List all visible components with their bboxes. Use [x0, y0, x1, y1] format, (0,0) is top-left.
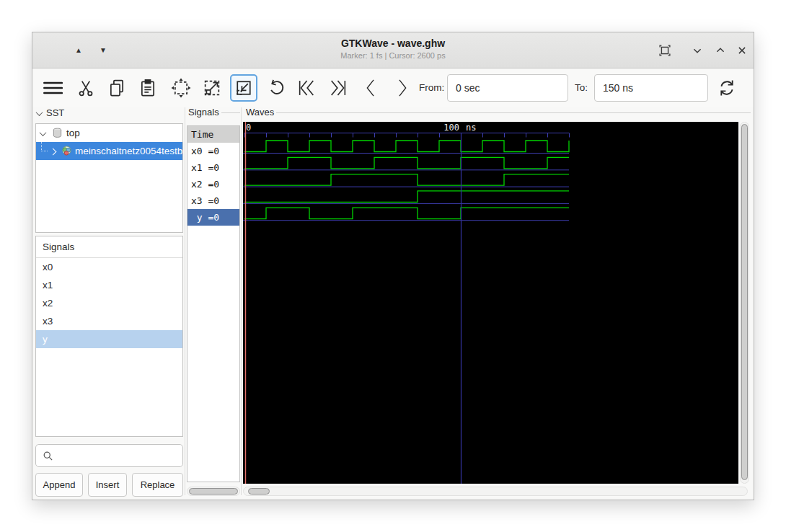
signal-list-item-x2[interactable]: x2	[36, 294, 182, 312]
tree-item-meinschaltnetz0054testb[interactable]: meinschaltnetz0054testb	[36, 142, 182, 160]
expander-icon[interactable]	[40, 129, 47, 136]
insert-button[interactable]: Insert	[88, 473, 127, 497]
menu-icon[interactable]	[43, 78, 63, 98]
minimize-icon[interactable]	[689, 43, 705, 58]
sst-tree: topmeinschaltnetz0054testb	[36, 124, 182, 160]
svg-text:100: 100	[443, 123, 459, 133]
tree-item-top[interactable]: top	[36, 124, 182, 142]
expander-icon[interactable]	[50, 148, 57, 156]
wave-name-list: Timex0 =0x1 =0x2 =0x3 =0 y =0	[187, 125, 240, 482]
pane-splitter-left[interactable]	[185, 107, 185, 495]
wave-name-row[interactable]: x1 =0	[187, 159, 239, 176]
module-icon	[61, 146, 75, 156]
scrollbar-thumb[interactable]	[741, 124, 748, 480]
signal-list: x0x1x2x3y	[36, 258, 182, 348]
sst-label: SST	[46, 107, 64, 118]
tree-item-label: top	[66, 128, 80, 138]
tile-window-icon[interactable]	[657, 43, 673, 58]
signal-list-item-x3[interactable]: x3	[36, 312, 182, 330]
maximize-icon[interactable]	[712, 43, 728, 58]
wave-names-hscrollbar[interactable]	[187, 487, 240, 496]
waves-vscrollbar[interactable]	[740, 122, 749, 484]
zoom-in-icon	[234, 78, 254, 98]
from-label: From:	[419, 82, 444, 93]
zoom-fit-icon[interactable]	[171, 78, 191, 98]
waves-frame-label: Waves	[246, 107, 276, 118]
waveform-x3	[244, 191, 569, 203]
to-input[interactable]	[594, 74, 708, 102]
search-icon	[43, 451, 53, 461]
gtkwave-window: ▲ ▼ GTKWave - wave.ghw Marker: 1 fs | Cu…	[32, 32, 754, 500]
database-icon	[50, 128, 66, 138]
signal-search[interactable]	[35, 444, 183, 467]
from-input[interactable]	[447, 74, 568, 102]
scrollbar-thumb[interactable]	[189, 488, 238, 495]
append-button[interactable]: Append	[35, 473, 83, 497]
go-to-start-icon[interactable]	[296, 78, 317, 98]
waveform-y	[244, 208, 569, 219]
wave-canvas[interactable]: 0100ns	[243, 122, 738, 484]
waveform-x1	[244, 157, 569, 169]
replace-button[interactable]: Replace	[132, 473, 183, 497]
zoom-in-button[interactable]	[230, 74, 257, 102]
waves-hscrollbar[interactable]	[243, 487, 748, 496]
go-to-end-icon[interactable]	[328, 78, 348, 98]
copy-icon[interactable]	[107, 78, 127, 98]
wave-name-row[interactable]: x0 =0	[187, 143, 239, 159]
wave-name-row[interactable]: x2 =0	[187, 176, 239, 192]
tree-item-label: meinschaltnetz0054testb	[75, 146, 182, 156]
expander-icon	[36, 109, 43, 116]
signal-list-item-x1[interactable]: x1	[36, 276, 182, 294]
sst-tree-panel: topmeinschaltnetz0054testb	[35, 123, 183, 233]
signal-list-item-x0[interactable]: x0	[36, 258, 182, 276]
reload-icon[interactable]	[717, 78, 737, 98]
svg-text:ns: ns	[466, 123, 476, 133]
frame-border	[276, 112, 751, 113]
window-status: Marker: 1 fs | Cursor: 2600 ps	[32, 51, 754, 60]
previous-edge-icon[interactable]	[361, 78, 381, 98]
waveform-x2	[244, 174, 569, 186]
signals-panel: Signals x0x1x2x3y	[35, 236, 183, 437]
window-title: GTKWave - wave.ghw	[32, 37, 754, 49]
zoom-out-icon[interactable]	[202, 78, 222, 98]
svg-text:0: 0	[246, 123, 251, 133]
signal-list-item-y[interactable]: y	[36, 330, 182, 348]
undo-icon[interactable]	[265, 78, 286, 98]
next-edge-icon[interactable]	[392, 78, 412, 98]
tree-guide-line	[41, 142, 48, 151]
wave-names-frame-label: Signals	[188, 107, 221, 118]
titlebar: ▲ ▼ GTKWave - wave.ghw Marker: 1 fs | Cu…	[32, 32, 754, 68]
to-label: To:	[575, 82, 588, 93]
wave-name-row[interactable]: x3 =0	[187, 192, 239, 209]
scrollbar-thumb[interactable]	[248, 488, 270, 495]
frame-border	[221, 112, 240, 113]
close-icon[interactable]	[734, 43, 750, 58]
cut-icon[interactable]	[76, 78, 96, 98]
pane-splitter-right[interactable]	[241, 107, 242, 495]
search-input[interactable]	[58, 445, 180, 466]
signals-panel-header: Signals	[36, 236, 182, 258]
sst-section-header[interactable]: SST	[37, 107, 64, 120]
toolbar: From: To:	[32, 69, 754, 107]
paste-icon[interactable]	[138, 78, 158, 98]
time-header: Time	[187, 126, 239, 143]
waveform-x0	[244, 141, 569, 152]
wave-name-row[interactable]: y =0	[187, 209, 239, 226]
